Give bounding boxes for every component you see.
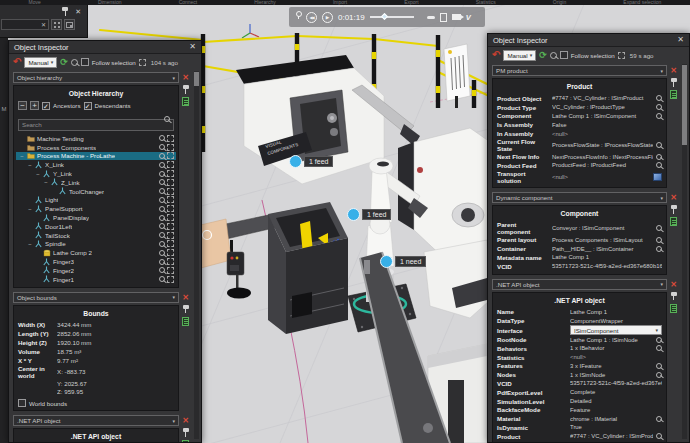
step-backward-button[interactable]: ◀◀	[306, 12, 317, 23]
row-search-icon[interactable]	[159, 206, 165, 212]
pick-selection-icon[interactable]	[618, 52, 625, 59]
row-pick-icon[interactable]	[167, 188, 174, 195]
component-view-select[interactable]: Dynamic component▾	[492, 192, 667, 203]
tree-expander[interactable]: −	[27, 162, 33, 168]
tree-item[interactable]: −Spindle	[16, 240, 176, 249]
api-view-select[interactable]: .NET API object▾	[492, 279, 667, 290]
ribbon-group-label[interactable]: Connect	[179, 0, 198, 5]
row-pick-icon[interactable]	[167, 214, 174, 221]
tree-item[interactable]: Light	[16, 196, 176, 205]
ancestors-checkbox[interactable]: ✓	[42, 102, 50, 110]
pin-icon[interactable]	[183, 428, 189, 437]
close-icon[interactable]: ✕	[75, 8, 81, 16]
play-button[interactable]: ▶	[322, 12, 333, 23]
pin-icon[interactable]	[671, 205, 677, 214]
collapsed-side-tab[interactable]: M	[0, 38, 8, 443]
need-badge[interactable]: 1 need	[380, 255, 426, 268]
grid-view-button[interactable]	[51, 19, 62, 30]
tree-item[interactable]: Lathe Comp 2	[16, 248, 176, 257]
pin-icon[interactable]	[183, 305, 189, 314]
badge-dot-icon[interactable]	[289, 155, 302, 168]
row-pick-icon[interactable]	[167, 144, 174, 151]
remove-section-icon[interactable]: ✕	[182, 74, 189, 82]
tree-item[interactable]: Finger3	[16, 257, 176, 266]
filter-input[interactable]: ✕	[1, 19, 49, 30]
row-pick-icon[interactable]	[167, 205, 174, 212]
pick-selection-icon[interactable]	[139, 59, 146, 66]
panel-title-bar[interactable]: Object Inspector ✕	[9, 41, 201, 54]
row-pick-icon[interactable]	[167, 258, 174, 265]
property-search-icon[interactable]	[656, 113, 662, 119]
row-search-icon[interactable]	[159, 162, 165, 168]
timeline-slider[interactable]	[370, 16, 414, 18]
property-search-icon[interactable]	[656, 372, 662, 378]
row-pick-icon[interactable]	[167, 276, 174, 283]
tree-item[interactable]: PanelDisplay	[16, 213, 176, 222]
export-icon[interactable]	[182, 440, 189, 442]
row-search-icon[interactable]	[159, 215, 165, 221]
export-icon[interactable]	[182, 97, 189, 106]
scrollbar-thumb[interactable]	[682, 65, 687, 145]
refresh-icon[interactable]: ⟳	[60, 58, 68, 67]
product-view-select[interactable]: PM product▾	[492, 65, 667, 76]
export-icon[interactable]	[670, 90, 677, 99]
bounds-view-select[interactable]: Object bounds▾	[13, 292, 179, 303]
tree-expander[interactable]: −	[35, 171, 41, 177]
ribbon-group-label[interactable]: Statistics	[476, 0, 496, 5]
ribbon-group-label[interactable]: Origin	[553, 0, 566, 5]
remove-section-icon[interactable]: ✕	[670, 194, 677, 202]
row-pick-icon[interactable]	[167, 152, 174, 159]
row-search-icon[interactable]	[159, 188, 165, 194]
api-view-select[interactable]: .NET API object▾	[13, 415, 179, 426]
scrollbar-thumb[interactable]	[194, 72, 199, 86]
feed-badge-2[interactable]: 1 feed	[347, 208, 391, 221]
property-search-icon[interactable]	[656, 162, 662, 168]
tree-item[interactable]: ToolChanger	[16, 187, 176, 196]
row-search-icon[interactable]	[159, 197, 165, 203]
hierarchy-view-select[interactable]: Object hierarchy▾	[13, 72, 179, 83]
close-icon[interactable]: ✕	[677, 36, 684, 44]
pin-icon[interactable]	[671, 292, 677, 301]
feed-badge-1[interactable]: 1 feed	[289, 155, 333, 168]
simulation-settings-icon[interactable]	[295, 11, 301, 23]
property-search-icon[interactable]	[656, 225, 662, 231]
row-pick-icon[interactable]	[167, 249, 174, 256]
world-bounds-checkbox[interactable]	[18, 399, 26, 407]
search-icon[interactable]	[71, 59, 78, 66]
tree-expander[interactable]: −	[19, 153, 25, 159]
pin-icon[interactable]	[183, 85, 189, 94]
remove-section-icon[interactable]: ✕	[182, 294, 189, 302]
hierarchy-search-input[interactable]	[18, 119, 174, 131]
property-search-icon[interactable]	[656, 337, 662, 343]
property-search-icon[interactable]	[656, 95, 662, 101]
interface-select[interactable]: ISimComponent▾	[570, 325, 662, 335]
badge-dot-icon[interactable]	[347, 208, 360, 221]
row-pick-icon[interactable]	[167, 196, 174, 203]
transport-solution-icon[interactable]	[653, 173, 662, 181]
follow-selection-checkbox[interactable]	[81, 58, 89, 66]
property-search-icon[interactable]	[656, 142, 662, 148]
remove-section-icon[interactable]: ✕	[670, 281, 677, 289]
tree-item[interactable]: −PanelSupport	[16, 204, 176, 213]
row-search-icon[interactable]	[159, 259, 165, 265]
row-pick-icon[interactable]	[167, 179, 174, 186]
row-search-icon[interactable]	[159, 250, 165, 256]
ribbon-group-label[interactable]: Export	[404, 0, 418, 5]
mode-select[interactable]: Manual▾	[503, 50, 536, 61]
badge-dot-icon[interactable]	[380, 255, 393, 268]
ribbon-group-label[interactable]: Dimension	[98, 0, 122, 5]
machine-bottom-right[interactable]	[424, 240, 490, 318]
ribbon-strip[interactable]: MoveDimensionConnectHierarchyImportExpor…	[0, 0, 690, 5]
record-video-icon[interactable]	[452, 14, 461, 20]
row-search-icon[interactable]	[159, 179, 165, 185]
report-icon[interactable]	[440, 13, 447, 22]
timeline-thumb[interactable]	[381, 13, 388, 20]
tree-item[interactable]: −Process Machine - ProLathe	[16, 152, 176, 161]
row-search-icon[interactable]	[159, 153, 165, 159]
row-pick-icon[interactable]	[167, 240, 174, 247]
pin-icon[interactable]	[62, 7, 68, 16]
export-icon[interactable]	[670, 304, 677, 313]
tree-item[interactable]: Door1Left	[16, 222, 176, 231]
property-search-icon[interactable]	[656, 154, 662, 160]
remove-section-icon[interactable]: ✕	[182, 417, 189, 425]
